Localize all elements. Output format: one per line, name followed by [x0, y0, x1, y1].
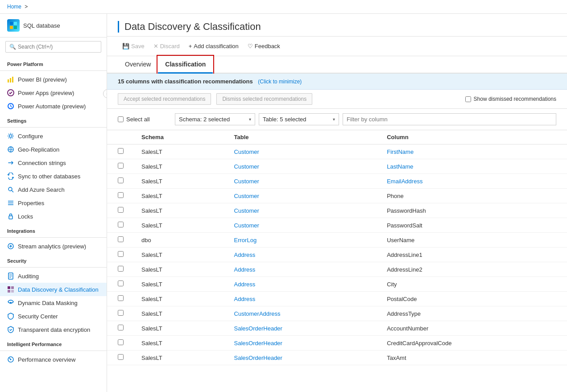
app-logo [7, 19, 20, 32]
row-checkbox[interactable] [118, 251, 124, 257]
tab-classification[interactable]: Classification [158, 56, 213, 74]
table-row: SalesLTAddressPostalCode [107, 292, 567, 306]
schema-cell: SalesLT [131, 262, 223, 277]
sidebar-item-locks[interactable]: Locks [0, 210, 107, 223]
sidebar-item-label: Stream analytics (preview) [18, 243, 86, 250]
column-cell[interactable]: LastName [376, 159, 567, 174]
sidebar-item-security-center[interactable]: Security Center [0, 309, 107, 323]
search-input[interactable] [18, 44, 97, 50]
row-checkbox[interactable] [118, 325, 124, 330]
sidebar-item-azure-search[interactable]: Add Azure Search [0, 183, 107, 196]
column-cell: TaxAmt [376, 351, 567, 365]
table-cell[interactable]: Customer [223, 144, 377, 159]
table-row: SalesLTAddressAddressLine2 [107, 262, 567, 277]
sidebar-item-label: Properties [18, 200, 44, 206]
section-title-security: Security [0, 253, 107, 265]
table-row: SalesLTSalesOrderHeaderTaxAmt [107, 351, 567, 365]
table-cell[interactable]: SalesOrderHeader [223, 351, 377, 365]
row-checkbox-cell [107, 144, 131, 159]
row-checkbox[interactable] [118, 163, 124, 169]
sidebar-item-power-automate[interactable]: Power Automate (preview) [0, 99, 107, 113]
table-header-row: Schema Table Column [107, 130, 567, 144]
recommendations-banner[interactable]: 15 columns with classification recommend… [107, 74, 567, 90]
select-all-checkbox[interactable] [118, 116, 124, 122]
row-checkbox[interactable] [118, 310, 124, 316]
row-checkbox[interactable] [118, 295, 124, 301]
add-classification-button[interactable]: + Add classification [184, 40, 243, 52]
column-cell: City [376, 277, 567, 292]
dismiss-recommendations-button[interactable]: Dismiss selected recommendations [216, 93, 312, 105]
breadcrumb-separator: > [25, 4, 28, 10]
column-column-header: Column [376, 130, 567, 144]
feedback-button[interactable]: ♡ Feedback [243, 40, 285, 52]
schema-filter-dropdown[interactable]: Schema: 2 selected ▾ [175, 113, 255, 125]
column-cell[interactable]: EmailAddress [376, 174, 567, 189]
row-checkbox[interactable] [118, 222, 124, 227]
table-cell[interactable]: SalesOrderHeader [223, 321, 377, 336]
table-cell[interactable]: Customer [223, 189, 377, 203]
schema-cell: SalesLT [131, 203, 223, 218]
row-checkbox[interactable] [118, 354, 124, 360]
row-checkbox[interactable] [118, 148, 124, 154]
minimize-link[interactable]: (Click to minimize) [258, 78, 302, 85]
sidebar-item-label: Dynamic Data Masking [18, 300, 78, 306]
column-cell: PasswordHash [376, 203, 567, 218]
table-cell[interactable]: Address [223, 248, 377, 262]
save-button[interactable]: 💾 Save [118, 40, 149, 52]
sidebar-item-properties[interactable]: Properties [0, 196, 107, 210]
tab-overview[interactable]: Overview [118, 56, 158, 74]
show-dismissed-toggle: Show dismissed recommendations [465, 96, 556, 102]
sidebar-item-power-bi[interactable]: Power BI (preview) [0, 73, 107, 86]
svg-rect-4 [8, 79, 9, 83]
chevron-down-icon: ▾ [333, 117, 335, 122]
column-filter-input[interactable] [343, 113, 556, 125]
row-checkbox[interactable] [118, 207, 124, 213]
svg-rect-5 [10, 78, 11, 83]
sidebar-item-connection-strings[interactable]: Connection strings [0, 156, 107, 169]
table-cell[interactable]: Customer [223, 174, 377, 189]
table-filter-dropdown[interactable]: Table: 5 selected ▾ [259, 113, 339, 125]
svg-rect-15 [9, 216, 12, 219]
svg-rect-2 [10, 26, 13, 29]
row-checkbox[interactable] [118, 236, 124, 242]
table-cell[interactable]: ErrorLog [223, 233, 377, 248]
table-row: SalesLTAddressCity [107, 277, 567, 292]
table-cell[interactable]: Address [223, 277, 377, 292]
table-cell[interactable]: SalesOrderHeader [223, 336, 377, 351]
sidebar-item-transparent-encrypt[interactable]: Transparent data encryption [0, 323, 107, 336]
row-checkbox[interactable] [118, 281, 124, 286]
sidebar-item-data-discovery[interactable]: Data Discovery & Classification [0, 283, 107, 296]
sidebar-header: SQL database [0, 14, 107, 37]
show-dismissed-label: Show dismissed recommendations [474, 96, 556, 102]
row-checkbox[interactable] [118, 266, 124, 272]
sidebar-item-sync-databases[interactable]: Sync to other databases [0, 169, 107, 183]
show-dismissed-checkbox[interactable] [465, 96, 471, 102]
column-cell[interactable]: FirstName [376, 144, 567, 159]
table-cell[interactable]: Customer [223, 203, 377, 218]
table-cell[interactable]: Address [223, 292, 377, 306]
sidebar-item-performance-overview[interactable]: Performance overview [0, 353, 107, 366]
sidebar-item-stream-analytics[interactable]: Stream analytics (preview) [0, 239, 107, 253]
table-cell[interactable]: Customer [223, 218, 377, 233]
schema-cell: SalesLT [131, 218, 223, 233]
table-cell[interactable]: Address [223, 262, 377, 277]
sidebar-item-configure[interactable]: Configure [0, 129, 107, 143]
discard-button[interactable]: ✕ Discard [149, 40, 184, 52]
breadcrumb-home[interactable]: Home [7, 4, 21, 10]
row-checkbox[interactable] [118, 177, 124, 183]
accept-recommendations-button[interactable]: Accept selected recommendations [118, 93, 211, 105]
sidebar-item-power-apps[interactable]: Power Apps (preview) [0, 86, 107, 99]
search-box[interactable]: 🔍 [5, 41, 101, 53]
schema-cell: SalesLT [131, 174, 223, 189]
sidebar-item-auditing[interactable]: Auditing [0, 269, 107, 283]
table-cell[interactable]: Customer [223, 159, 377, 174]
column-cell: PasswordSalt [376, 218, 567, 233]
row-checkbox[interactable] [118, 192, 124, 198]
sidebar-item-label: Sync to other databases [18, 173, 80, 180]
sidebar-item-dynamic-masking[interactable]: Dynamic Data Masking [0, 296, 107, 309]
column-cell: AddressType [376, 306, 567, 321]
apps-icon [7, 89, 14, 96]
sidebar-item-geo-replication[interactable]: Geo-Replication [0, 143, 107, 156]
row-checkbox[interactable] [118, 339, 124, 345]
table-cell[interactable]: CustomerAddress [223, 306, 377, 321]
